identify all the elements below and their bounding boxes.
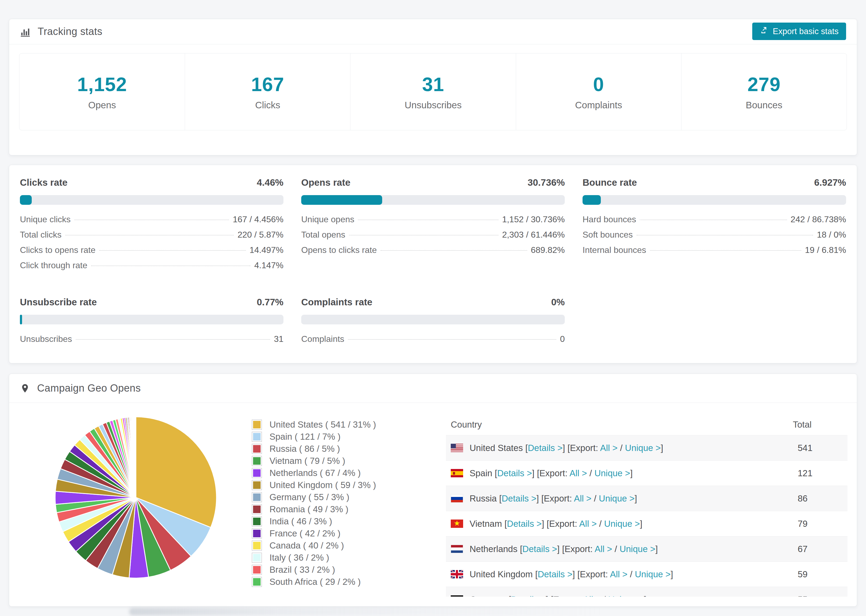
export-label: Export: xyxy=(565,544,593,554)
export-label: Export: xyxy=(549,519,578,529)
legend-color-swatch xyxy=(252,516,262,526)
rate-title: Clicks rate xyxy=(20,177,68,188)
rate-block-clicks: Clicks rate 4.46% Unique clicks167 / 4.4… xyxy=(20,177,283,276)
table-row: Germany [Details >] [Export: All > / Uni… xyxy=(446,587,847,597)
geo-body: United States ( 541 / 31% ) Spain ( 121 … xyxy=(9,403,857,607)
rate-block-bounce: Bounce rate 6.927% Hard bounces242 / 86.… xyxy=(583,177,846,276)
export-unique-link[interactable]: Unique > xyxy=(635,569,671,579)
export-unique-link[interactable]: Unique > xyxy=(608,594,644,597)
export-all-link[interactable]: All > xyxy=(610,569,627,579)
progress-bar-fill xyxy=(583,195,601,205)
summary-stat-cell: 279 Bounces xyxy=(681,53,847,130)
map-pin-icon xyxy=(20,383,30,393)
export-label: Export: xyxy=(544,493,572,503)
legend-item: Italy ( 36 / 2% ) xyxy=(252,552,376,564)
rate-value: 6.927% xyxy=(814,177,846,188)
legend-item: United Kingdom ( 59 / 3% ) xyxy=(252,479,376,491)
dashboard-page: Tracking stats Export basic stats 1,152 … xyxy=(0,0,866,616)
dotted-leader xyxy=(381,250,527,251)
stat-row: Unique clicks167 / 4.456% xyxy=(20,214,283,230)
rate-block-unsubscribe: Unsubscribe rate 0.77% Unsubscribes31 xyxy=(20,297,283,349)
rate-value: 4.46% xyxy=(257,177,283,188)
summary-stat-cell: 167 Clicks xyxy=(185,53,350,130)
rate-title: Unsubscribe rate xyxy=(20,297,97,308)
rate-title: Opens rate xyxy=(301,177,350,188)
country-name: United Kingdom xyxy=(469,569,533,579)
export-all-link[interactable]: All > xyxy=(595,544,612,554)
export-unique-link[interactable]: Unique > xyxy=(599,493,635,503)
summary-stat-cell: 0 Complaints xyxy=(516,53,681,130)
legend-label: France ( 42 / 2% ) xyxy=(269,528,340,539)
export-unique-link[interactable]: Unique > xyxy=(594,468,630,478)
dotted-leader xyxy=(349,235,498,236)
dotted-leader xyxy=(636,235,813,236)
legend-label: India ( 46 / 3% ) xyxy=(269,516,332,526)
tracking-stats-card: Tracking stats Export basic stats 1,152 … xyxy=(9,19,857,156)
tracking-stats-header: Tracking stats Export basic stats xyxy=(9,19,857,44)
country-name: Russia xyxy=(469,493,497,503)
column-header-country: Country xyxy=(446,420,793,430)
export-basic-stats-button[interactable]: Export basic stats xyxy=(752,23,846,40)
legend-color-swatch xyxy=(252,468,262,478)
table-row: United States [Details >] [Export: All >… xyxy=(446,435,847,460)
stat-row: Hard bounces242 / 86.738% xyxy=(583,214,846,230)
legend-item: Brazil ( 33 / 2% ) xyxy=(252,564,376,576)
country-total: 55 xyxy=(798,594,808,597)
summary-stat-label: Bounces xyxy=(746,100,783,110)
details-link[interactable]: Details > xyxy=(538,569,572,579)
bottom-scroll-shadow xyxy=(129,608,602,616)
legend-color-swatch xyxy=(252,541,262,551)
legend-label: Spain ( 121 / 7% ) xyxy=(269,432,340,442)
page-title: Tracking stats xyxy=(38,26,102,37)
legend-item: France ( 42 / 2% ) xyxy=(252,527,376,539)
details-link[interactable]: Details > xyxy=(507,519,542,529)
details-link[interactable]: Details > xyxy=(511,594,546,597)
export-unique-link[interactable]: Unique > xyxy=(625,443,661,453)
summary-stat-label: Opens xyxy=(88,100,116,110)
export-unique-link[interactable]: Unique > xyxy=(620,544,655,554)
country-total: 59 xyxy=(798,569,808,580)
table-rows: United States [Details >] [Export: All >… xyxy=(446,435,847,597)
stat-row: Total opens2,303 / 61.446% xyxy=(301,230,565,245)
country-total: 79 xyxy=(798,519,808,529)
legend-label: South Africa ( 29 / 2% ) xyxy=(269,577,361,587)
dotted-leader xyxy=(91,266,251,266)
export-label: Export: xyxy=(553,594,581,597)
export-all-link[interactable]: All > xyxy=(569,468,587,478)
legend-item: Spain ( 121 / 7% ) xyxy=(252,431,376,443)
details-link[interactable]: Details > xyxy=(522,544,557,554)
export-icon xyxy=(760,26,768,37)
legend-color-swatch xyxy=(252,504,262,514)
legend-item: Russia ( 86 / 5% ) xyxy=(252,443,376,455)
progress-bar xyxy=(301,315,565,324)
legend-item: Canada ( 40 / 2% ) xyxy=(252,539,376,552)
rate-value: 0% xyxy=(551,297,565,308)
dotted-leader xyxy=(650,250,801,251)
export-all-link[interactable]: All > xyxy=(579,519,597,529)
geo-country-table: Country Total United States [Details >] … xyxy=(446,414,847,597)
legend-color-swatch xyxy=(252,444,262,454)
summary-stat-cell: 1,152 Opens xyxy=(19,53,185,130)
country-name: Vietnam xyxy=(469,519,502,529)
details-link[interactable]: Details > xyxy=(497,468,532,478)
export-all-link[interactable]: All > xyxy=(600,443,617,453)
progress-bar xyxy=(20,195,283,205)
export-all-link[interactable]: All > xyxy=(574,493,591,503)
legend-color-swatch xyxy=(252,577,262,587)
summary-stat-value: 279 xyxy=(747,73,781,96)
table-row: Russia [Details >] [Export: All > / Uniq… xyxy=(446,486,847,511)
details-link[interactable]: Details > xyxy=(502,493,536,503)
stat-row: Soft bounces18 / 0% xyxy=(583,230,846,245)
country-flag-icon xyxy=(451,494,463,503)
summary-stat-label: Unsubscribes xyxy=(405,100,461,110)
country-total: 86 xyxy=(798,493,808,504)
summary-stats: 1,152 Opens 167 Clicks 31 Unsubscribes 0… xyxy=(19,53,847,130)
details-link[interactable]: Details > xyxy=(527,443,562,453)
export-all-link[interactable]: All > xyxy=(583,594,601,597)
export-unique-link[interactable]: Unique > xyxy=(604,519,640,529)
dotted-leader xyxy=(65,235,234,236)
country-flag-icon xyxy=(451,595,463,597)
country-total: 121 xyxy=(798,468,812,478)
stat-row: Unique opens1,152 / 30.736% xyxy=(301,214,565,230)
country-name: Germany xyxy=(469,594,506,597)
